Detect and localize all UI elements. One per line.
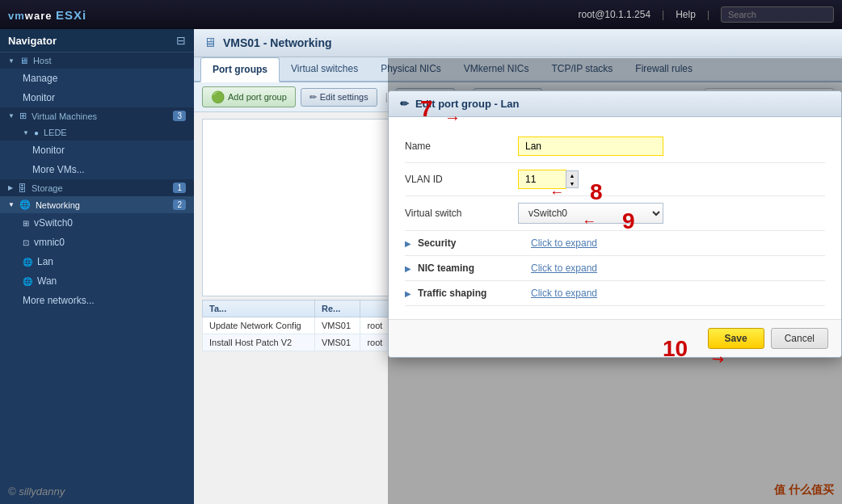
esxi-text: ESXi [56,8,86,22]
modal-overlay: ✏ Edit port group - Lan Name VLAN ID [388,58,842,504]
name-label: Name [405,141,518,152]
nic-teaming-label: NIC teaming [418,262,531,274]
add-port-group-button[interactable]: 🟢 Add port group [202,86,296,107]
networking-expand-icon: ▼ [8,201,15,208]
navigator-title: Navigator [8,35,57,47]
vswitch-icon: ⊞ [23,219,29,228]
sidebar-item-vmnic0[interactable]: ⊡ vmnic0 [0,233,194,252]
sidebar-header: Navigator ⊟ [0,29,194,52]
edit-settings-button[interactable]: ✏ Edit settings [301,88,377,107]
sidebar-item-more-vms[interactable]: More VMs... [0,160,194,179]
wan-icon: 🌐 [23,277,32,286]
security-row[interactable]: ▶ Security Click to expand [405,231,825,256]
vms-badge: 3 [173,111,186,121]
lede-monitor-label: Monitor [32,145,65,156]
vms-icon: ⊞ [19,111,27,121]
save-button[interactable]: Save [708,328,764,349]
virtual-switch-label: Virtual switch [405,208,518,219]
user-label: root@10.1.1.254 [578,9,650,20]
manage-label: Manage [23,73,57,84]
lede-icon: ● [34,128,39,137]
vlan-label: VLAN ID [405,174,518,185]
col-target [360,300,391,317]
security-expand-value[interactable]: Click to expand [531,237,597,249]
lede-expand-icon: ▼ [23,129,29,136]
tab-port-groups[interactable]: Port groups [200,57,280,82]
sidebar-storage-section[interactable]: ▶ 🗄 Storage 1 [0,179,194,196]
name-row: Name [405,130,825,163]
col-result: Re... [315,300,360,317]
nic-teaming-expand-icon: ▶ [405,264,411,273]
modal-edit-icon: ✏ [400,98,409,110]
sidebar-item-wan[interactable]: 🌐 Wan [0,271,194,291]
vlan-up-button[interactable]: ▲ [566,171,578,179]
topbar-right: root@10.1.1.254 | Help | [578,6,834,23]
help-link[interactable]: Help [676,9,696,20]
modal-title: Edit port group - Lan [415,98,520,110]
modal-body: Name VLAN ID ▲ ▼ [389,117,841,319]
task-target: VMS01 [315,317,360,334]
task-user: root [360,317,391,334]
host-expand-icon: ▼ [8,57,15,65]
storage-badge: 1 [173,183,186,193]
vlan-row: VLAN ID ▲ ▼ [405,163,825,196]
task-target: VMS01 [315,334,360,351]
content-title: VMS01 - Networking [223,36,332,49]
vmnic0-label: vmnic0 [34,237,65,248]
networking-label: Networking [36,200,80,210]
watermark-left: © sillydanny [8,485,65,498]
content-area: 🖥 VMS01 - Networking Port groups Virtual… [194,29,842,504]
topbar: vmware ESXi root@10.1.1.254 | Help | [0,0,842,29]
vmnic-icon: ⊡ [23,238,29,247]
sidebar-item-vswitch0[interactable]: ⊞ vSwitch0 [0,213,194,233]
sidebar-item-lede-monitor[interactable]: Monitor [0,141,194,160]
traffic-shaping-expand-icon: ▶ [405,289,411,298]
sidebar-vms-section[interactable]: ▼ ⊞ Virtual Machines 3 [0,107,194,124]
col-task: Ta... [203,300,315,317]
storage-icon: 🗄 [18,183,27,193]
networking-icon: 🌐 [19,200,31,210]
host-icon: 🖥 [19,56,28,65]
tab-virtual-switches[interactable]: Virtual switches [280,57,369,82]
wan-label: Wan [37,275,57,287]
sidebar-lede-section[interactable]: ▼ ● LEDE [0,124,194,141]
sidebar-host-section[interactable]: ▼ 🖥 Host [0,52,194,69]
more-networks-label: More networks... [23,295,95,306]
task-user: root [360,334,391,351]
vms-label: Virtual Machines [32,111,97,121]
modal-footer: Save Cancel [389,319,841,357]
monitor-label: Monitor [23,92,55,103]
add-icon: 🟢 [211,90,225,103]
vmware-logo: vmware ESXi [8,8,86,22]
networking-badge: 2 [173,200,186,210]
topbar-search-input[interactable] [721,6,834,23]
sidebar: Navigator ⊟ ▼ 🖥 Host Manage Monitor ▼ ⊞ … [0,29,194,504]
sidebar-pin-icon[interactable]: ⊟ [176,34,186,47]
cancel-button[interactable]: Cancel [771,328,828,349]
security-expand-icon: ▶ [405,239,411,248]
vms-expand-icon: ▼ [8,112,15,120]
nic-teaming-expand-value[interactable]: Click to expand [531,262,597,274]
sidebar-networking-section[interactable]: ▼ 🌐 Networking 2 [0,196,194,213]
content-header-icon: 🖥 [204,36,217,50]
traffic-shaping-row[interactable]: ▶ Traffic shaping Click to expand [405,281,825,306]
security-label: Security [418,237,531,249]
divider2: | [707,9,709,20]
vlan-down-button[interactable]: ▼ [566,179,578,187]
divider1: | [662,9,664,20]
name-input[interactable] [518,136,663,156]
nic-teaming-row[interactable]: ▶ NIC teaming Click to expand [405,256,825,281]
vlan-input[interactable] [518,170,566,189]
sidebar-item-lan[interactable]: 🌐 Lan [0,252,194,271]
vswitch0-label: vSwitch0 [34,217,73,229]
sidebar-item-monitor[interactable]: Monitor [0,88,194,107]
traffic-shaping-label: Traffic shaping [418,288,531,299]
edit-icon: ✏ [309,92,317,103]
sidebar-item-manage[interactable]: Manage [0,69,194,88]
storage-label: Storage [32,183,63,193]
lan-label: Lan [37,256,53,267]
traffic-shaping-expand-value[interactable]: Click to expand [531,288,597,299]
sidebar-item-more-networks[interactable]: More networks... [0,291,194,310]
host-label: Host [33,56,52,65]
virtual-switch-select[interactable]: vSwitch0 [518,203,663,224]
